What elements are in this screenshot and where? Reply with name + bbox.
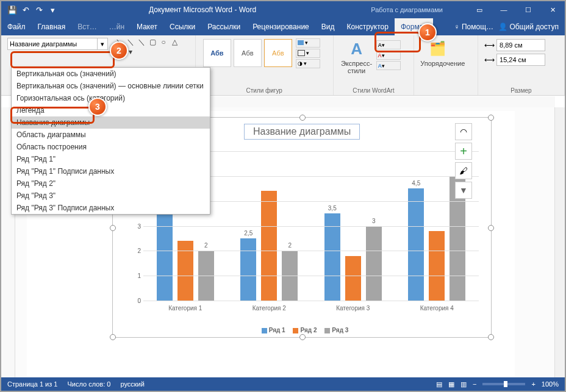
share-button[interactable]: 👤 Общий доступ [498, 23, 559, 31]
zoom-out-button[interactable]: − [473, 380, 476, 388]
zoom-slider[interactable] [482, 383, 525, 385]
text-fill-button[interactable]: A▾ [376, 40, 401, 49]
current-selection-combo[interactable]: Название диаграммы ▾ [7, 38, 98, 50]
dd-plot-area[interactable]: Область построения [12, 141, 210, 153]
group-wordart: Стили WordArt [340, 86, 408, 94]
chart-elements-dropdown: Вертикальная ось (значений) Вертикальная… [11, 67, 210, 215]
save-icon[interactable]: 💾 [6, 4, 18, 16]
dd-vertical-axis[interactable]: Вертикальная ось (значений) [12, 68, 210, 80]
view-read-icon[interactable]: ▤ [436, 380, 442, 388]
word-count[interactable]: Число слов: 0 [67, 380, 110, 388]
callout-3: 3 [88, 98, 107, 116]
redo-icon[interactable]: ↷ [33, 4, 45, 16]
tab-view[interactable]: Вид [315, 18, 341, 35]
shape-effects-button[interactable]: ◑▾ [296, 59, 320, 68]
callout-2: 2 [110, 41, 128, 60]
tab-layout[interactable]: Макет [131, 18, 163, 35]
chart-elements-button[interactable]: + [455, 143, 472, 160]
layout-options-button[interactable]: ◠ [455, 123, 472, 140]
zoom-in-button[interactable]: + [531, 380, 535, 388]
window-title: Документ Microsoft Word - Word [59, 5, 346, 14]
status-bar: Страница 1 из 1 Число слов: 0 русский ▤ … [1, 377, 565, 391]
undo-icon[interactable]: ↶ [20, 4, 32, 16]
tab-review[interactable]: Рецензирование [246, 18, 315, 35]
view-web-icon[interactable]: ▥ [460, 380, 467, 388]
page-indicator[interactable]: Страница 1 из 1 [7, 380, 57, 388]
tab-mailings[interactable]: Рассылки [201, 18, 246, 35]
contextual-tab-label: Работа с диаграммами [346, 6, 467, 13]
height-icon: ⟷ [484, 41, 495, 49]
dd-series3[interactable]: Ряд "Ряд 3" [12, 190, 210, 202]
maximize-button[interactable]: ☐ [516, 1, 540, 18]
tab-insert[interactable]: Вст… [71, 18, 103, 35]
tab-file[interactable]: Файл [1, 18, 32, 35]
ribbon-options-icon[interactable]: ▭ [467, 1, 492, 18]
tab-chart-design[interactable]: Конструктор [341, 18, 395, 35]
tab-references[interactable]: Ссылки [163, 18, 201, 35]
chart-title[interactable]: Название диаграммы [244, 124, 360, 140]
callout-1: 1 [418, 23, 437, 41]
shape-style-1[interactable]: Абв [203, 39, 231, 67]
width-field[interactable]: 15,24 см [496, 54, 545, 66]
title-bar: 💾 ↶ ↷ ▾ Документ Microsoft Word - Word Р… [1, 1, 565, 18]
chart-legend[interactable]: Ряд 1 Ряд 2 Ряд 3 [113, 327, 491, 333]
width-icon: ⟷ [484, 55, 495, 64]
dd-series1-labels[interactable]: Ряд "Ряд 1" Подписи данных [12, 165, 210, 177]
dd-legend[interactable]: Легенда [12, 104, 210, 116]
shape-style-2[interactable]: Абв [234, 39, 262, 67]
zoom-level[interactable]: 100% [542, 380, 559, 388]
quick-styles-button[interactable]: A Экспресс-стили [340, 38, 374, 74]
vertical-scrollbar[interactable] [554, 107, 565, 377]
dd-chart-title[interactable]: Название диаграммы [12, 116, 210, 129]
ribbon-tabs: Файл Главная Вст… …йн Макет Ссылки Рассы… [1, 18, 565, 35]
view-print-icon[interactable]: ▦ [448, 380, 454, 388]
group-size: Размер [484, 86, 558, 94]
selection-dropdown-icon[interactable]: ▾ [97, 38, 108, 50]
tab-home[interactable]: Главная [32, 18, 72, 35]
dd-series3-labels[interactable]: Ряд "Ряд 3" Подписи данных [12, 202, 210, 214]
shape-style-3[interactable]: Абв [264, 39, 292, 67]
shape-fill-button[interactable]: ▾ [296, 38, 320, 48]
shape-outline-button[interactable]: ▾ [296, 49, 320, 58]
text-effects-button[interactable]: A▾ [376, 61, 401, 70]
chart-filters-button[interactable]: ▼ [455, 182, 472, 199]
text-outline-button[interactable]: A▾ [376, 51, 401, 60]
dd-horizontal-axis[interactable]: Горизонтальная ось (категорий) [12, 92, 210, 104]
height-field[interactable]: 8,89 см [496, 39, 545, 51]
tab-design[interactable]: …йн [103, 18, 131, 35]
dd-vertical-gridlines[interactable]: Вертикальная ось (значений) — основные л… [12, 80, 210, 92]
tell-me[interactable]: ♀ Помощ… [454, 23, 493, 31]
dd-chart-area[interactable]: Область диаграммы [12, 129, 210, 141]
dd-series2[interactable]: Ряд "Ряд 2" [12, 177, 210, 190]
qat-more-icon[interactable]: ▾ [46, 4, 59, 16]
close-button[interactable]: ✕ [540, 1, 565, 18]
chart-styles-button[interactable]: 🖌 [455, 162, 472, 179]
group-shape-styles: Стили фигур [202, 86, 327, 94]
language-indicator[interactable]: русский [120, 380, 144, 388]
minimize-button[interactable]: — [492, 1, 516, 18]
arrange-button[interactable]: 🗂️ Упорядочение [420, 38, 454, 67]
dd-series1[interactable]: Ряд "Ряд 1" [12, 153, 210, 165]
